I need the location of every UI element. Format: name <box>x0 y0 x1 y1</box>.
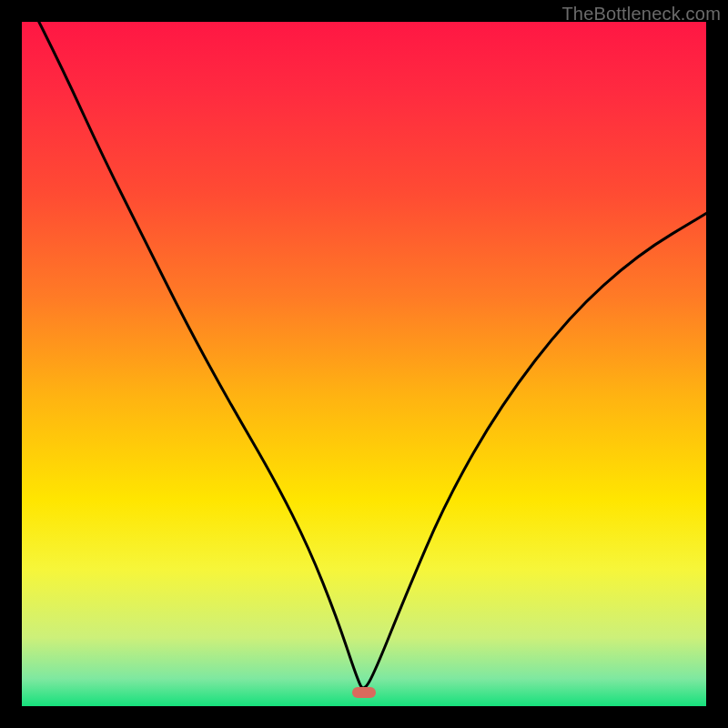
chart-frame: TheBottleneck.com <box>0 0 728 728</box>
attribution-text: TheBottleneck.com <box>561 4 721 25</box>
optimal-point-marker <box>352 687 376 698</box>
chart-plot-area <box>22 22 706 706</box>
chart-background <box>22 22 706 706</box>
chart-svg <box>22 22 706 706</box>
